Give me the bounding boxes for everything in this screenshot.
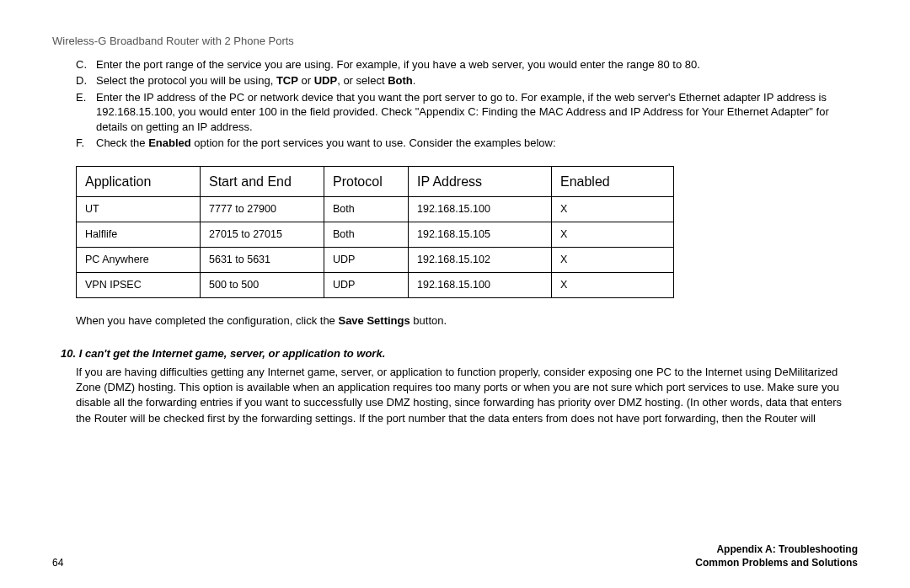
- table-row: VPN IPSEC 500 to 500 UDP 192.168.15.100 …: [77, 273, 674, 298]
- text: , or select: [337, 74, 388, 87]
- text: or: [298, 74, 314, 87]
- bold-both: Both: [388, 74, 413, 87]
- cell-en: X: [552, 222, 674, 248]
- table-row: PC Anywhere 5631 to 5631 UDP 192.168.15.…: [77, 248, 674, 273]
- col-header-start-end: Start and End: [201, 166, 324, 197]
- bold-tcp: TCP: [276, 74, 298, 87]
- cell-se: 27015 to 27015: [201, 222, 324, 248]
- cell-ip: 192.168.15.102: [409, 248, 552, 273]
- step-e: E. Enter the IP address of the PC or net…: [76, 90, 858, 135]
- text: Select the protocol you will be using,: [96, 74, 276, 87]
- qa-block: 10. I can't get the Internet game, serve…: [61, 346, 858, 425]
- cell-proto: Both: [324, 197, 409, 222]
- step-letter: E.: [76, 90, 96, 135]
- col-header-protocol: Protocol: [324, 166, 409, 197]
- cell-app: UT: [77, 197, 201, 222]
- step-text: Enter the IP address of the PC or networ…: [96, 90, 858, 135]
- appendix-title: Appendix A: Troubleshooting: [695, 543, 858, 556]
- step-letter: F.: [76, 136, 96, 151]
- cell-se: 5631 to 5631: [201, 248, 324, 273]
- cell-proto: UDP: [324, 248, 409, 273]
- table-row: UT 7777 to 27900 Both 192.168.15.100 X: [77, 197, 674, 222]
- page-footer: 64 Appendix A: Troubleshooting Common Pr…: [52, 543, 858, 569]
- step-text: Check the Enabled option for the port se…: [96, 136, 858, 151]
- step-text: Select the protocol you will be using, T…: [96, 73, 858, 88]
- cell-se: 500 to 500: [201, 273, 324, 298]
- text: button.: [410, 314, 447, 327]
- cell-en: X: [552, 197, 674, 222]
- table-row: Halflife 27015 to 27015 Both 192.168.15.…: [77, 222, 674, 248]
- qa-body: If you are having difficulties getting a…: [76, 365, 858, 426]
- col-header-ip-address: IP Address: [409, 166, 552, 197]
- qa-title: 10. I can't get the Internet game, serve…: [61, 346, 858, 361]
- table-header-row: Application Start and End Protocol IP Ad…: [77, 166, 674, 197]
- step-text: Enter the port range of the service you …: [96, 57, 858, 72]
- col-header-application: Application: [77, 166, 201, 197]
- cell-en: X: [552, 248, 674, 273]
- bold-udp: UDP: [314, 74, 337, 87]
- cell-ip: 192.168.15.105: [409, 222, 552, 248]
- text: option for the port services you want to…: [191, 136, 556, 149]
- footer-right: Appendix A: Troubleshooting Common Probl…: [695, 543, 858, 569]
- cell-app: Halflife: [77, 222, 201, 248]
- appendix-subtitle: Common Problems and Solutions: [695, 556, 858, 569]
- document-header-title: Wireless-G Broadband Router with 2 Phone…: [52, 34, 858, 49]
- bold-enabled: Enabled: [148, 136, 191, 149]
- page-content: Wireless-G Broadband Router with 2 Phone…: [0, 0, 910, 426]
- cell-proto: Both: [324, 222, 409, 248]
- step-list: C. Enter the port range of the service y…: [76, 57, 858, 151]
- step-d: D. Select the protocol you will be using…: [76, 73, 858, 88]
- post-table-note: When you have completed the configuratio…: [76, 313, 858, 329]
- page-number: 64: [52, 556, 63, 569]
- text: Check the: [96, 136, 148, 149]
- step-f: F. Check the Enabled option for the port…: [76, 136, 858, 151]
- bold-save-settings: Save Settings: [338, 314, 410, 327]
- port-forwarding-table: Application Start and End Protocol IP Ad…: [76, 166, 674, 298]
- col-header-enabled: Enabled: [552, 166, 674, 197]
- step-letter: D.: [76, 73, 96, 88]
- cell-se: 7777 to 27900: [201, 197, 324, 222]
- cell-ip: 192.168.15.100: [409, 273, 552, 298]
- cell-proto: UDP: [324, 273, 409, 298]
- step-c: C. Enter the port range of the service y…: [76, 57, 858, 72]
- cell-app: VPN IPSEC: [77, 273, 201, 298]
- text: When you have completed the configuratio…: [76, 314, 338, 327]
- text: .: [413, 74, 416, 87]
- cell-ip: 192.168.15.100: [409, 197, 552, 222]
- step-letter: C.: [76, 57, 96, 72]
- qa-question: I can't get the Internet game, server, o…: [79, 347, 386, 360]
- qa-number: 10.: [61, 347, 76, 360]
- cell-app: PC Anywhere: [77, 248, 201, 273]
- cell-en: X: [552, 273, 674, 298]
